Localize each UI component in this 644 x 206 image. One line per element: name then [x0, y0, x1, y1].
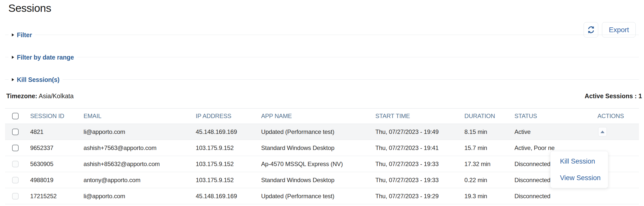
cell-email: li@apporto.com — [84, 193, 196, 200]
cell-email: li@apporto.com — [84, 128, 196, 135]
collapse-arrow-icon — [12, 56, 14, 59]
row-checkbox-cell — [5, 161, 30, 167]
cell-duration: 19.3 min — [464, 193, 514, 200]
collapse-arrow-icon — [12, 33, 14, 36]
table-row: 17215252li@apporto.com45.148.169.169Upda… — [5, 188, 639, 204]
cell-app-name: Standard Windows Desktop — [261, 144, 375, 151]
row-checkbox-cell — [5, 193, 30, 199]
timezone-value: Asia/Kolkata — [39, 92, 74, 99]
cell-session-id: 4821 — [30, 128, 84, 135]
column-header-app-name: APP NAME — [261, 113, 375, 120]
cell-actions — [597, 127, 639, 136]
cell-start-time: Thu, 07/27/2023 - 19:49 — [375, 128, 464, 135]
column-header-status: STATUS — [514, 113, 597, 120]
cell-duration: 17.32 min — [464, 161, 514, 168]
cell-session-id: 4988019 — [30, 177, 84, 184]
section-filter-by-date-range-toggle[interactable]: Filter by date range — [9, 53, 77, 62]
collapse-arrow-icon — [12, 78, 14, 81]
cell-session-id: 17215252 — [30, 193, 84, 200]
cell-status: Disconnected — [514, 193, 597, 200]
timezone-text: Timezone: Asia/Kolkata — [6, 92, 74, 100]
section-label: Filter by date range — [17, 54, 74, 61]
actions-dropdown-menu: Kill SessionView Session — [550, 151, 608, 188]
row-select-checkbox — [12, 161, 19, 167]
section-filter: Filter — [5, 35, 639, 35]
sessions-table: SESSION IDEMAILIP ADDRESSAPP NAMESTART T… — [5, 108, 639, 204]
cell-session-id: 9652337 — [30, 144, 84, 151]
meta-row: Timezone: Asia/Kolkata Active Sessions :… — [6, 92, 642, 100]
cell-status: Active, Poor ne — [514, 144, 597, 151]
row-select-checkbox — [12, 177, 19, 183]
cell-start-time: Thu, 07/27/2023 - 19:29 — [375, 193, 464, 200]
table-row: 5630905ashish+85632@apporto.com103.175.9… — [5, 156, 639, 172]
cell-ip-address: 103.175.9.152 — [196, 161, 261, 168]
cell-ip-address: 45.148.169.169 — [196, 128, 261, 135]
active-sessions-count: Active Sessions : 1 — [585, 92, 642, 100]
cell-app-name: Updated (Performance test) — [261, 193, 375, 200]
cell-status: Active — [514, 128, 597, 135]
table-header-row: SESSION IDEMAILIP ADDRESSAPP NAMESTART T… — [5, 109, 639, 124]
row-select-checkbox[interactable] — [12, 129, 19, 135]
cell-ip-address: 103.175.9.152 — [196, 177, 261, 184]
timezone-label: Timezone: — [6, 92, 37, 99]
cell-app-name: Updated (Performance test) — [261, 128, 375, 135]
select-all-checkbox[interactable] — [12, 113, 19, 119]
toolbar: Export — [584, 22, 636, 37]
header-checkbox-cell — [5, 113, 30, 119]
export-button[interactable]: Export — [602, 22, 636, 37]
cell-ip-address: 103.175.9.152 — [196, 144, 261, 151]
section-filter-toggle[interactable]: Filter — [9, 31, 35, 39]
section-kill-sessions-toggle[interactable]: Kill Session(s) — [9, 75, 63, 84]
table-row: 9652337ashish+7563@apporto.com103.175.9.… — [5, 140, 639, 156]
column-header-actions: ACTIONS — [597, 113, 639, 120]
menu-item-view-session[interactable]: View Session — [550, 171, 608, 185]
cell-duration: 15.7 min — [464, 144, 514, 151]
cell-email: ashish+7563@apporto.com — [84, 144, 196, 151]
column-header-session-id: SESSION ID — [30, 113, 84, 120]
column-header-ip-address: IP ADDRESS — [196, 113, 261, 120]
column-header-duration: DURATION — [464, 113, 514, 120]
row-checkbox-cell — [5, 129, 30, 135]
section-kill-sessions: Kill Session(s) — [5, 79, 639, 80]
page-title: Sessions — [8, 2, 644, 14]
caret-up-icon — [600, 131, 605, 133]
section-label: Kill Session(s) — [17, 76, 59, 83]
cell-email: antony@apporto.com — [84, 177, 196, 184]
table-body: 4821li@apporto.com45.148.169.169Updated … — [5, 124, 639, 204]
row-checkbox-cell — [5, 145, 30, 151]
section-filter-by-date-range: Filter by date range — [5, 57, 639, 57]
cell-ip-address: 45.148.169.169 — [196, 193, 261, 200]
export-button-label: Export — [609, 26, 629, 34]
cell-app-name: Ap-4570 MSSQL Express (NV) — [261, 161, 375, 168]
cell-start-time: Thu, 07/27/2023 - 19:33 — [375, 161, 464, 168]
column-header-email: EMAIL — [84, 113, 196, 120]
cell-start-time: Thu, 07/27/2023 - 19:41 — [375, 144, 464, 151]
row-checkbox-cell — [5, 177, 30, 183]
cell-session-id: 5630905 — [30, 161, 84, 168]
table-row: 4988019antony@apporto.com103.175.9.152St… — [5, 172, 639, 188]
table-row: 4821li@apporto.com45.148.169.169Updated … — [5, 124, 639, 140]
cell-app-name: Standard Windows Desktop — [261, 177, 375, 184]
cell-start-time: Thu, 07/27/2023 - 19:33 — [375, 177, 464, 184]
row-select-checkbox[interactable] — [12, 145, 19, 151]
row-select-checkbox — [12, 193, 19, 199]
sessions-page: Sessions Export Filter Filter by date ra… — [0, 2, 644, 206]
section-label: Filter — [17, 31, 32, 39]
cell-duration: 0.22 min — [464, 177, 514, 184]
refresh-button[interactable] — [584, 22, 598, 37]
cell-email: ashish+85632@apporto.com — [84, 161, 196, 168]
actions-menu-button[interactable] — [598, 127, 607, 136]
refresh-icon — [587, 26, 595, 34]
cell-duration: 8.15 min — [464, 128, 514, 135]
column-header-start-time: START TIME — [375, 113, 464, 120]
menu-item-kill-session[interactable]: Kill Session — [550, 154, 608, 168]
